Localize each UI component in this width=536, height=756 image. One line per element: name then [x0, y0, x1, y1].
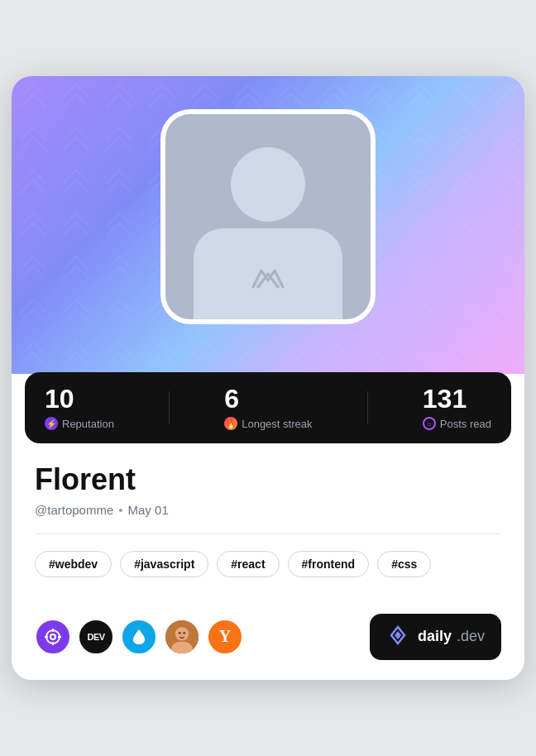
- tag-webdev[interactable]: #webdev: [35, 551, 112, 577]
- flame-icon: 🔥: [224, 417, 237, 430]
- source-icon-dev[interactable]: DEV: [78, 619, 114, 655]
- svg-point-11: [183, 632, 185, 634]
- stats-bar: 10 ⚡ Reputation 6 🔥 Longest streak 131 ○…: [25, 372, 511, 443]
- source-icon-face[interactable]: [164, 619, 200, 655]
- profile-section: Florent @tartopomme • May 01 #webdev #ja…: [12, 443, 524, 614]
- streak-value: 6: [224, 385, 312, 412]
- avatar-head: [231, 147, 305, 222]
- source-icon-drop[interactable]: [121, 619, 157, 655]
- section-divider: [35, 534, 501, 534]
- tag-react[interactable]: #react: [217, 551, 279, 577]
- tags-container: #webdev #javascript #react #frontend #cs…: [35, 551, 501, 577]
- bottom-bar: DEV Y: [12, 614, 524, 680]
- avatar: [160, 109, 376, 324]
- avatar-logo-icon: [246, 264, 290, 301]
- streak-label: 🔥 Longest streak: [224, 417, 312, 430]
- daily-dev-logo-icon: [386, 624, 409, 650]
- profile-name: Florent: [35, 463, 501, 496]
- avatar-body: [194, 228, 342, 319]
- source-icon-crosshair[interactable]: [35, 619, 71, 655]
- meta-dot: •: [118, 503, 122, 517]
- circle-icon: ○: [423, 417, 436, 430]
- source-icon-y[interactable]: Y: [207, 619, 243, 655]
- svg-point-10: [179, 632, 181, 634]
- hero-banner: [12, 76, 524, 374]
- reputation-value: 10: [45, 385, 114, 412]
- svg-point-2: [50, 634, 55, 639]
- profile-username: @tartopomme: [35, 503, 113, 517]
- stat-reputation: 10 ⚡ Reputation: [45, 385, 114, 430]
- dev-suffix-text: .dev: [457, 628, 485, 645]
- profile-card: 10 ⚡ Reputation 6 🔥 Longest streak 131 ○…: [12, 76, 524, 680]
- tag-frontend[interactable]: #frontend: [288, 551, 370, 577]
- bolt-icon: ⚡: [45, 417, 58, 430]
- profile-joined: May 01: [128, 503, 169, 517]
- svg-point-1: [46, 630, 60, 644]
- tag-css[interactable]: #css: [377, 551, 431, 577]
- tag-javascript[interactable]: #javascript: [120, 551, 208, 577]
- daily-dev-badge: daily.dev: [370, 614, 501, 660]
- profile-meta: @tartopomme • May 01: [35, 503, 501, 517]
- reputation-label: ⚡ Reputation: [45, 417, 114, 430]
- source-icons: DEV Y: [35, 619, 243, 655]
- posts-value: 131: [423, 385, 491, 412]
- posts-label: ○ Posts read: [423, 417, 491, 430]
- stat-posts: 131 ○ Posts read: [423, 385, 491, 430]
- svg-point-8: [175, 627, 189, 640]
- daily-text: daily: [418, 628, 452, 645]
- stat-divider-1: [169, 391, 170, 424]
- stat-streak: 6 🔥 Longest streak: [224, 385, 312, 430]
- stat-divider-2: [367, 391, 368, 424]
- daily-dev-text: daily.dev: [418, 628, 485, 645]
